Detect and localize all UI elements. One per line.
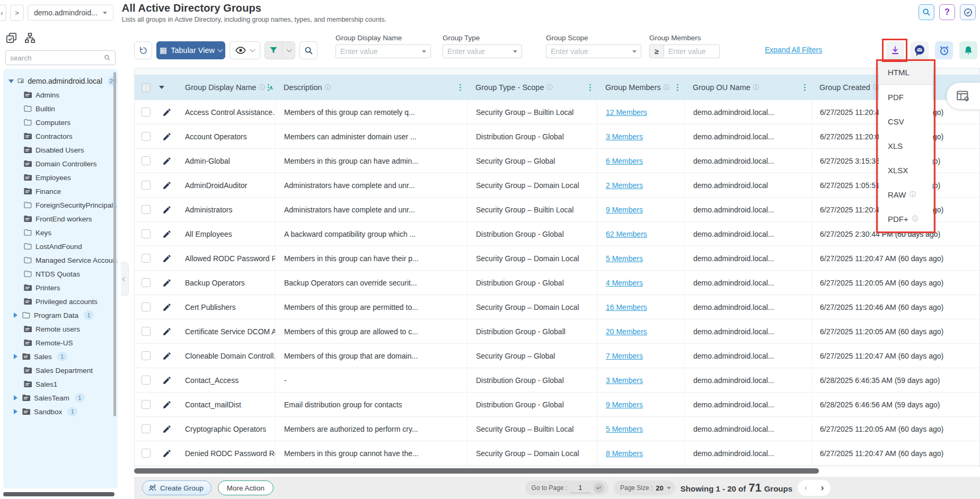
expand-caret-icon[interactable] <box>14 409 17 414</box>
breadcrumb-forward-button[interactable]: > <box>10 5 24 21</box>
filter-group-scope[interactable]: Enter value <box>546 44 641 58</box>
tree-item[interactable]: Contractors <box>6 129 118 143</box>
members-link[interactable]: 5 Members <box>606 254 643 263</box>
column-menu-icon[interactable]: ⋮ <box>801 83 809 92</box>
schedule-button[interactable] <box>935 41 953 59</box>
breadcrumb-back-button[interactable]: ‹ <box>0 5 6 21</box>
tree-vertical-scrollbar[interactable] <box>113 72 116 416</box>
expand-caret-icon[interactable] <box>14 395 17 400</box>
tree-item[interactable]: Keys <box>6 226 118 239</box>
row-checkbox[interactable] <box>142 229 151 238</box>
export-option-pdf[interactable]: PDF <box>879 85 933 109</box>
tree-item[interactable]: Privileged accounts <box>6 295 118 308</box>
header-group-members[interactable]: Group Membersⓘ⋮ <box>597 75 684 100</box>
header-description[interactable]: Descriptionⓘ⋮ <box>275 75 467 100</box>
feedback-button[interactable] <box>911 41 929 59</box>
row-checkbox[interactable] <box>142 108 151 117</box>
global-search-button[interactable] <box>919 4 934 20</box>
members-link[interactable]: 16 Members <box>606 303 647 311</box>
sidebar-search-input[interactable] <box>10 54 104 62</box>
select-all-checkbox[interactable] <box>142 83 151 92</box>
alerts-button[interactable] <box>959 41 977 59</box>
column-menu-icon[interactable]: ⋮ <box>586 83 594 92</box>
tenant-selector[interactable]: demo.admindroid... <box>28 5 113 21</box>
members-link[interactable]: 4 Members <box>606 279 643 287</box>
tree-item[interactable]: Sales1 <box>6 350 118 363</box>
tree-item[interactable]: Domain Controllers <box>6 157 118 171</box>
tree-item[interactable]: Sales1 <box>6 377 118 391</box>
members-link[interactable]: 62 Members <box>606 230 647 238</box>
tree-item[interactable]: SalesTeam1 <box>6 391 118 405</box>
hierarchy-icon[interactable] <box>24 32 36 44</box>
tree-item[interactable]: Program Data1 <box>6 308 118 322</box>
create-group-button[interactable]: Create Group <box>142 480 211 495</box>
sidebar-collapse-handle[interactable] <box>121 262 129 296</box>
column-menu-icon[interactable]: ⋮ <box>674 83 682 92</box>
export-option-csv[interactable]: CSV <box>879 109 933 133</box>
tree-item[interactable]: Builtin <box>6 102 118 115</box>
row-checkbox[interactable] <box>142 449 151 458</box>
export-button[interactable] <box>886 41 904 59</box>
export-option-xlsx[interactable]: XLSX <box>879 158 933 182</box>
members-link[interactable]: 9 Members <box>606 400 643 409</box>
row-checkbox[interactable] <box>142 132 151 141</box>
page-size-control[interactable]: Page Size :20 <box>614 480 675 495</box>
edit-icon[interactable] <box>162 229 172 239</box>
expand-caret-icon[interactable] <box>14 354 17 359</box>
tree-item[interactable]: Finance <box>6 184 118 198</box>
members-link[interactable]: 6 Members <box>606 157 643 165</box>
filter-group-type[interactable]: Enter value <box>443 44 522 58</box>
row-checkbox[interactable] <box>142 424 151 433</box>
column-visibility-button[interactable] <box>229 41 260 59</box>
members-link[interactable]: 12 Members <box>606 108 647 117</box>
column-settings-button[interactable] <box>947 83 980 109</box>
tree-item[interactable]: Sandbox1 <box>6 405 118 418</box>
row-checkbox[interactable] <box>142 400 151 409</box>
members-link[interactable]: 7 Members <box>606 352 643 360</box>
prev-page-icon[interactable]: ‹ <box>805 483 808 493</box>
header-group-type-scope[interactable]: Group Type - Scopeⓘ⋮ <box>467 75 597 100</box>
edit-icon[interactable] <box>162 181 172 190</box>
view-mode-button[interactable]: ▦Tabular View <box>156 41 225 59</box>
filter-button[interactable] <box>264 41 295 59</box>
row-checkbox[interactable] <box>142 278 151 287</box>
column-menu-icon[interactable]: ⋮ <box>264 83 272 92</box>
header-group-ou-name[interactable]: Group OU Nameⓘ⋮ <box>684 75 811 100</box>
members-link[interactable]: 5 Members <box>606 425 643 433</box>
row-checkbox[interactable] <box>142 351 151 360</box>
tree-item[interactable]: NTDS Quotas <box>6 267 118 281</box>
filter-group-members-input[interactable] <box>664 44 720 58</box>
edit-icon[interactable] <box>162 400 172 409</box>
tree-root[interactable]: demo.admindroid.local29 <box>6 74 118 88</box>
members-link[interactable]: 20 Members <box>606 327 647 336</box>
edit-icon[interactable] <box>162 351 172 361</box>
edit-icon[interactable] <box>162 132 172 141</box>
tree-item[interactable]: Printers <box>6 281 118 295</box>
next-page-icon[interactable]: › <box>821 483 824 493</box>
goto-enter-icon[interactable]: ↵ <box>594 483 604 493</box>
table-horizontal-scrollbar[interactable] <box>134 468 819 474</box>
tree-item[interactable]: Computers <box>6 115 118 129</box>
expand-all-filters-link[interactable]: Expand All Filters <box>765 46 822 54</box>
column-menu-icon[interactable]: ⋮ <box>456 83 464 92</box>
edit-icon[interactable] <box>162 205 172 215</box>
members-link[interactable]: 3 Members <box>606 132 643 141</box>
edit-icon[interactable] <box>162 108 172 117</box>
edit-icon[interactable] <box>162 424 172 434</box>
export-option-html[interactable]: HTML <box>879 60 933 85</box>
edit-icon[interactable] <box>162 278 172 288</box>
edit-icon[interactable] <box>162 254 172 263</box>
row-checkbox[interactable] <box>142 327 151 336</box>
expand-caret-icon[interactable] <box>14 313 17 318</box>
edit-icon[interactable] <box>162 449 172 458</box>
tree-item[interactable]: Remote-US <box>6 336 118 350</box>
tree-item[interactable]: Managed Service Accoun... <box>6 253 118 267</box>
tree-item[interactable]: Remote users <box>6 322 118 336</box>
row-checkbox[interactable] <box>142 156 151 165</box>
edit-icon[interactable] <box>162 327 172 336</box>
tree-item[interactable]: Sales Department <box>6 363 118 377</box>
goto-page-input[interactable] <box>570 483 590 493</box>
tree-item[interactable]: Disabled Users <box>6 143 118 157</box>
header-group-display-name[interactable]: Group Display Nameⓘ∧⋮ <box>184 75 275 100</box>
help-button[interactable]: ? <box>939 4 955 20</box>
